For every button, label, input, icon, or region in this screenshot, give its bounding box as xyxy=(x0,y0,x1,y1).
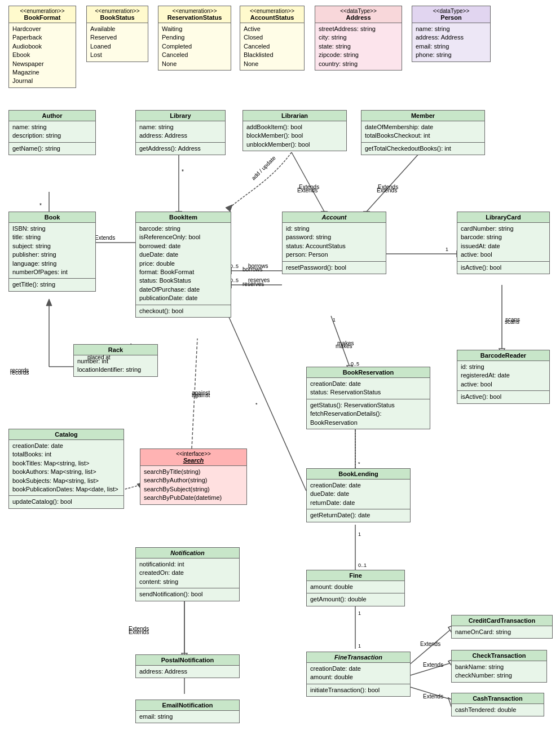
svg-text:*: * xyxy=(39,203,42,209)
svg-text:*: * xyxy=(182,169,184,175)
BookFormat-box: <<enumeration>> BookFormat Hardcover Pap… xyxy=(8,6,76,88)
LibraryCard-box: LibraryCard cardNumber: string barcode: … xyxy=(457,212,550,274)
Account-box: Account id: string password: string stat… xyxy=(282,212,386,274)
ReservationStatus-box: <<enumeration>> ReservationStatus Waitin… xyxy=(158,6,231,71)
Author-box: Author name: string description: string … xyxy=(8,110,96,155)
BookStatus-box: <<enumeration>> BookStatus Available Res… xyxy=(86,6,148,62)
Member-box: Member dateOfMembership: date totalBooks… xyxy=(361,110,485,155)
svg-text:Extends: Extends xyxy=(423,662,443,668)
Library-box: Library name: string address: Address ge… xyxy=(135,110,226,155)
svg-text:0..5: 0..5 xyxy=(230,278,239,283)
svg-text:0..5: 0..5 xyxy=(351,361,359,367)
records-label: records xyxy=(10,370,29,376)
svg-marker-20 xyxy=(226,205,232,212)
makes-label: makes xyxy=(336,343,352,349)
EmailNotification-box: EmailNotification email: string xyxy=(135,700,240,723)
svg-text:0..1: 0..1 xyxy=(358,562,367,568)
PostalNotification-box: PostalNotification address: Address xyxy=(135,654,240,678)
BookStatus-title: BookStatus xyxy=(90,14,144,21)
Notification-box: Notification notificationId: int created… xyxy=(135,547,240,601)
BookFormat-title: BookFormat xyxy=(12,14,72,21)
extends-notification-label: Extends xyxy=(129,629,149,635)
placed-at-label: placed at xyxy=(87,354,111,360)
svg-line-61 xyxy=(405,685,451,700)
svg-text:1: 1 xyxy=(333,317,336,323)
svg-line-55 xyxy=(405,629,451,669)
svg-line-40 xyxy=(331,316,350,367)
svg-text:*: * xyxy=(358,461,360,467)
BarcodeReader-box: BarcodeReader id: string registeredAt: d… xyxy=(457,350,550,404)
svg-text:1: 1 xyxy=(358,643,361,649)
CashTransaction-box: CashTransaction cashTendered: double xyxy=(451,693,544,716)
borrows-label: borrows xyxy=(242,266,263,272)
Rack-box: Rack number: int locationIdentifier: str… xyxy=(73,344,158,377)
svg-text:Extends: Extends xyxy=(423,693,443,700)
CreditCardTransaction-box: CreditCardTransaction nameOnCard: string xyxy=(451,615,553,639)
scans-label: scans xyxy=(505,319,519,325)
svg-text:Extends: Extends xyxy=(420,641,440,647)
BookLending-box: BookLending creationDate: date dueDate: … xyxy=(306,468,411,522)
BookFormat-stereotype: <<enumeration>> xyxy=(12,8,72,14)
Librarian-box: Librarian addBookItem(): bool blockMembe… xyxy=(242,110,347,151)
AccountStatus-box: <<enumeration>> AccountStatus Active Clo… xyxy=(240,6,305,71)
Address-box: <<dataType>> Address streetAddress: stri… xyxy=(315,6,402,71)
svg-text:add / update: add / update xyxy=(250,155,277,181)
Search-box: <<interface>> Search searchByTitle(strin… xyxy=(140,448,247,505)
Fine-box: Fine amount: double getAmount(): double xyxy=(306,570,405,606)
svg-line-22 xyxy=(292,152,324,212)
BookFormat-header: <<enumeration>> BookFormat xyxy=(9,6,76,23)
against-label: against xyxy=(192,392,210,398)
extends-librarian-label: Extends xyxy=(297,187,318,194)
Catalog-box: Catalog creationDate: date totalBooks: i… xyxy=(8,429,124,509)
svg-text:1: 1 xyxy=(358,610,361,616)
svg-text:Extends: Extends xyxy=(95,235,115,241)
BookStatus-header: <<enumeration>> BookStatus xyxy=(87,6,148,23)
BookReservation-box: BookReservation creationDate: date statu… xyxy=(306,367,430,429)
extends-member-label: Extends xyxy=(377,187,397,194)
FineTransaction-box: FineTransaction creationDate: date amoun… xyxy=(306,652,411,697)
CheckTransaction-box: CheckTransaction bankName: string checkN… xyxy=(451,650,547,683)
svg-text:1: 1 xyxy=(358,531,361,537)
BookFormat-values: Hardcover Paperback Audiobook Ebook News… xyxy=(9,23,76,87)
BookItem-box: BookItem barcode: string isReferenceOnly… xyxy=(135,212,231,318)
svg-text:1: 1 xyxy=(446,247,448,252)
svg-text:0..5: 0..5 xyxy=(230,263,239,269)
reserves-label: reserves xyxy=(242,281,264,287)
svg-marker-8 xyxy=(46,299,52,306)
Person-box: <<dataType>> Person name: string address… xyxy=(412,6,491,62)
svg-line-58 xyxy=(405,663,451,677)
svg-text:*: * xyxy=(255,402,258,407)
uml-diagram: * * Extends records placed at 1 * * 1 ad… xyxy=(0,0,560,730)
svg-line-25 xyxy=(367,152,420,212)
Book-box: Book ISBN: string title: string subject:… xyxy=(8,212,96,292)
